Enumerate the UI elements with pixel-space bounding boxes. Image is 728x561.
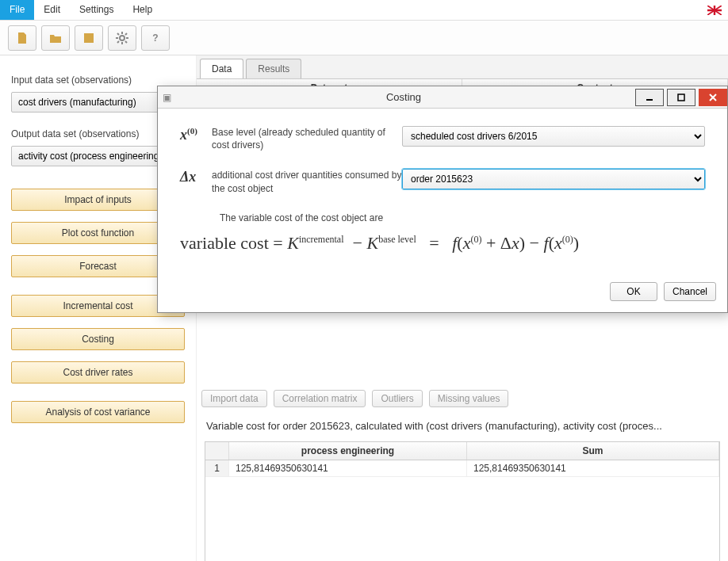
data-toolstrip: Import data Correlation matrix Outliers … bbox=[201, 390, 723, 407]
cost-driver-rates-button[interactable]: Cost driver rates bbox=[11, 361, 185, 384]
costing-button[interactable]: Costing bbox=[11, 328, 185, 350]
delta-x-desc: additional cost driver quantities consum… bbox=[212, 169, 402, 194]
settings-gear-button[interactable] bbox=[108, 25, 136, 51]
result-title: Variable cost for order 2015623, calcula… bbox=[197, 412, 728, 437]
menu-edit[interactable]: Edit bbox=[34, 0, 70, 20]
minimize-button[interactable] bbox=[635, 89, 664, 106]
result-cell: 125,81469350630141 bbox=[229, 460, 467, 476]
content-tabs: Data Results bbox=[197, 55, 728, 79]
analysis-variance-button[interactable]: Analysis of cost variance bbox=[11, 401, 185, 423]
ok-button[interactable]: OK bbox=[610, 282, 657, 301]
result-row[interactable]: 1 125,81469350630141 125,81469350630141 bbox=[205, 460, 719, 477]
new-file-button[interactable] bbox=[8, 25, 36, 51]
tab-results[interactable]: Results bbox=[246, 59, 301, 78]
base-level-select[interactable]: scheduled cost drivers 6/2015 bbox=[402, 126, 705, 147]
result-col-2: Sum bbox=[467, 442, 719, 460]
base-level-desc: Base level (already scheduled quantity o… bbox=[212, 126, 402, 151]
toolbar: ? bbox=[0, 21, 728, 55]
result-cell: 125,81469350630141 bbox=[467, 460, 719, 476]
missing-values-button[interactable]: Missing values bbox=[429, 390, 509, 407]
svg-text:?: ? bbox=[152, 32, 158, 44]
import-data-button[interactable]: Import data bbox=[201, 390, 267, 407]
svg-point-1 bbox=[120, 36, 125, 40]
result-table: process engineering Sum 1 125,8146935063… bbox=[205, 441, 720, 561]
cancel-button[interactable]: Chancel bbox=[664, 282, 716, 301]
formula-explain: The variable cost of the cost object are bbox=[220, 212, 705, 223]
menubar: File Edit Settings Help bbox=[0, 0, 728, 21]
help-button[interactable]: ? bbox=[141, 25, 170, 51]
result-col-1: process engineering bbox=[229, 442, 467, 460]
symbol-delta-x: Δx bbox=[180, 169, 212, 185]
maximize-button[interactable] bbox=[667, 89, 695, 106]
tab-data[interactable]: Data bbox=[200, 59, 243, 78]
dialog-app-icon: ▣ bbox=[158, 92, 175, 103]
result-cell-index: 1 bbox=[205, 460, 229, 476]
input-dataset-label: Input data set (observations) bbox=[11, 74, 185, 86]
result-col-index bbox=[205, 442, 229, 460]
menu-settings[interactable]: Settings bbox=[70, 0, 123, 20]
dialog-titlebar[interactable]: ▣ Costing bbox=[158, 86, 727, 109]
variable-cost-formula: variable cost = Kincremental − Kbase lev… bbox=[180, 233, 705, 254]
correlation-matrix-button[interactable]: Correlation matrix bbox=[274, 390, 366, 407]
outliers-button[interactable]: Outliers bbox=[372, 390, 422, 407]
dialog-title: Costing bbox=[175, 91, 632, 103]
close-button[interactable] bbox=[699, 89, 727, 106]
symbol-x0: x(0) bbox=[180, 126, 212, 143]
open-file-button[interactable] bbox=[41, 25, 70, 51]
language-flag-icon[interactable] bbox=[707, 6, 722, 15]
svg-rect-4 bbox=[678, 94, 684, 101]
costing-dialog: ▣ Costing x(0) Base level (already sched… bbox=[157, 86, 728, 313]
cost-object-select[interactable]: order 2015623 bbox=[402, 169, 705, 189]
menu-help[interactable]: Help bbox=[123, 0, 162, 20]
menu-file[interactable]: File bbox=[0, 0, 34, 20]
save-button[interactable] bbox=[75, 25, 103, 51]
